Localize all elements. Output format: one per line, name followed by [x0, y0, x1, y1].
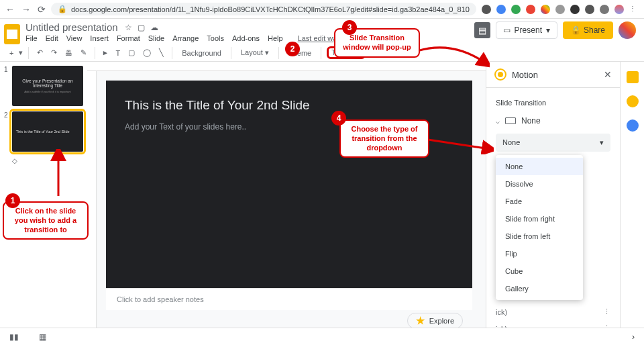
menu-insert[interactable]: Insert — [90, 34, 109, 42]
callout-badge-4: 4 — [331, 111, 346, 126]
ext-icon[interactable] — [570, 5, 580, 14]
star-icon[interactable]: ☆ — [125, 23, 132, 32]
line-tool[interactable]: ╲ — [156, 46, 166, 59]
present-button[interactable]: ▭ Present ▾ — [496, 21, 557, 39]
callout-badge-2: 2 — [285, 42, 300, 56]
image-tool[interactable]: ▢ — [125, 46, 138, 59]
dd-option-none[interactable]: None — [496, 158, 583, 175]
thumbnail-1[interactable]: Give your Presentation an Interesting Ti… — [12, 66, 83, 106]
ext-icon[interactable] — [496, 5, 506, 14]
side-rail — [620, 62, 644, 336]
slide-title[interactable]: This is the Title of Your 2nd Slide — [125, 98, 453, 113]
lock-icon: 🔒 — [58, 5, 67, 13]
ext-icon[interactable] — [541, 5, 550, 14]
callout-badge-1: 1 — [5, 193, 20, 208]
avatar[interactable] — [619, 21, 636, 39]
layout-button[interactable]: Layout ▾ — [237, 46, 273, 59]
extension-icons: ⋮ — [482, 5, 639, 14]
transition-dropdown[interactable]: None ▾ — [496, 134, 610, 152]
ext-icon[interactable] — [585, 5, 594, 14]
print-button[interactable]: 🖶 — [62, 47, 75, 59]
lock-icon: 🔒 — [571, 26, 581, 35]
close-icon[interactable]: ✕ — [604, 69, 612, 80]
dd-option-fade[interactable]: Fade — [496, 193, 583, 210]
shape-tool[interactable]: ◯ — [140, 46, 154, 59]
nav-fwd-icon[interactable]: → — [21, 4, 31, 15]
motion-title: Motion — [512, 70, 598, 80]
nav-reload-icon[interactable]: ⟳ — [38, 4, 46, 15]
ext-icon[interactable] — [482, 5, 491, 14]
transition-current[interactable]: ⌵ None — [486, 112, 620, 130]
menu-arrange[interactable]: Arrange — [172, 34, 199, 42]
nav-back-icon[interactable]: ← — [5, 4, 15, 15]
explore-button[interactable]: Explore — [407, 313, 463, 329]
calendar-icon[interactable] — [627, 71, 639, 83]
slide-canvas[interactable]: This is the Title of Your 2nd Slide Add … — [106, 81, 472, 288]
menu-slide[interactable]: Slide — [148, 34, 164, 42]
dd-option-slide-right[interactable]: Slide from right — [496, 210, 583, 228]
app-header: Untitled presentation ☆ ▢ ☁ File Edit Vi… — [0, 19, 644, 44]
menu-format[interactable]: Format — [117, 34, 140, 42]
new-slide-button[interactable]: + — [7, 47, 16, 59]
url-text: docs.google.com/presentation/d/1L_1Nfu9-… — [71, 5, 470, 13]
slides-logo-icon[interactable] — [4, 24, 20, 44]
chevron-down-icon: ▾ — [546, 26, 550, 35]
attachment-icon[interactable]: ◇ — [12, 157, 83, 164]
menu-dots-icon[interactable]: ⋮ — [629, 5, 639, 14]
url-bar[interactable]: 🔒 docs.google.com/presentation/d/1L_1Nfu… — [51, 3, 476, 15]
redo-button[interactable]: ↷ — [48, 46, 60, 59]
ext-icon[interactable] — [511, 5, 521, 14]
menu-file[interactable]: File — [25, 34, 38, 42]
background-button[interactable]: Background — [178, 47, 225, 59]
speaker-notes[interactable]: Click to add speaker notes — [106, 288, 472, 310]
dd-option-gallery[interactable]: Gallery — [496, 280, 583, 297]
ext-icon[interactable] — [600, 5, 609, 14]
show-side-icon[interactable]: › — [632, 332, 635, 342]
explore-icon — [416, 316, 425, 326]
animation-row[interactable]: ick)⋮ — [486, 303, 620, 320]
menu-addons[interactable]: Add-ons — [232, 34, 260, 42]
grid-view-icon[interactable]: ▦ — [39, 332, 46, 342]
menu-view[interactable]: View — [66, 34, 83, 42]
dd-option-dissolve[interactable]: Dissolve — [496, 175, 583, 193]
share-button[interactable]: 🔒 Share — [563, 21, 613, 39]
present-icon: ▭ — [503, 26, 511, 35]
ext-icon[interactable] — [614, 5, 624, 14]
main: 1 Give your Presentation an Interesting … — [0, 62, 644, 336]
filmstrip-view-icon[interactable]: ▮▮ — [9, 332, 19, 342]
undo-button[interactable]: ↶ — [34, 46, 46, 59]
ext-icon[interactable] — [555, 5, 565, 14]
slide-rect-icon — [505, 117, 516, 124]
chevron-down-icon: ▾ — [600, 138, 604, 147]
comments-icon[interactable]: ▤ — [474, 22, 490, 38]
slide-transition-label: Slide Transition — [486, 93, 620, 112]
bottom-bar: ▮▮ ▦ › — [0, 328, 644, 345]
thumb-number: 1 — [4, 66, 9, 106]
arrow-3 — [416, 39, 490, 72]
motion-panel: Motion ✕ Slide Transition ⌵ None None ▾ … — [486, 62, 620, 336]
menu-edit[interactable]: Edit — [46, 34, 58, 42]
toolbar: + ▾ ↶ ↷ 🖶 ✎ ▸ T ▢ ◯ ╲ Background Layout … — [0, 44, 644, 62]
ext-icon[interactable] — [526, 5, 535, 14]
doc-title[interactable]: Untitled presentation — [25, 21, 118, 33]
chevron-down-icon[interactable]: ▾ — [19, 48, 23, 57]
dd-option-cube[interactable]: Cube — [496, 262, 583, 280]
menu-help[interactable]: Help — [268, 34, 283, 42]
thumbnail-2[interactable]: This is the Title of Your 2nd Slide — [12, 111, 83, 152]
keep-icon[interactable] — [627, 95, 639, 107]
canvas-area: This is the Title of Your 2nd Slide Add … — [87, 62, 486, 336]
menu-tools[interactable]: Tools — [207, 34, 224, 42]
select-tool[interactable]: ▸ — [101, 46, 110, 59]
textbox-tool[interactable]: T — [113, 47, 123, 59]
transition-dropdown-menu: None Dissolve Fade Slide from right Slid… — [496, 155, 583, 300]
callout-badge-3: 3 — [342, 20, 357, 35]
arrow-1 — [48, 149, 68, 197]
cloud-icon[interactable]: ☁ — [150, 23, 158, 32]
move-icon[interactable]: ▢ — [138, 23, 145, 32]
dd-option-slide-left[interactable]: Slide from left — [496, 228, 583, 245]
chevron-down-icon: ⌵ — [496, 117, 500, 125]
arrow-4 — [427, 134, 494, 154]
tasks-icon[interactable] — [627, 119, 639, 132]
paint-format-button[interactable]: ✎ — [78, 46, 89, 59]
dd-option-flip[interactable]: Flip — [496, 245, 583, 262]
